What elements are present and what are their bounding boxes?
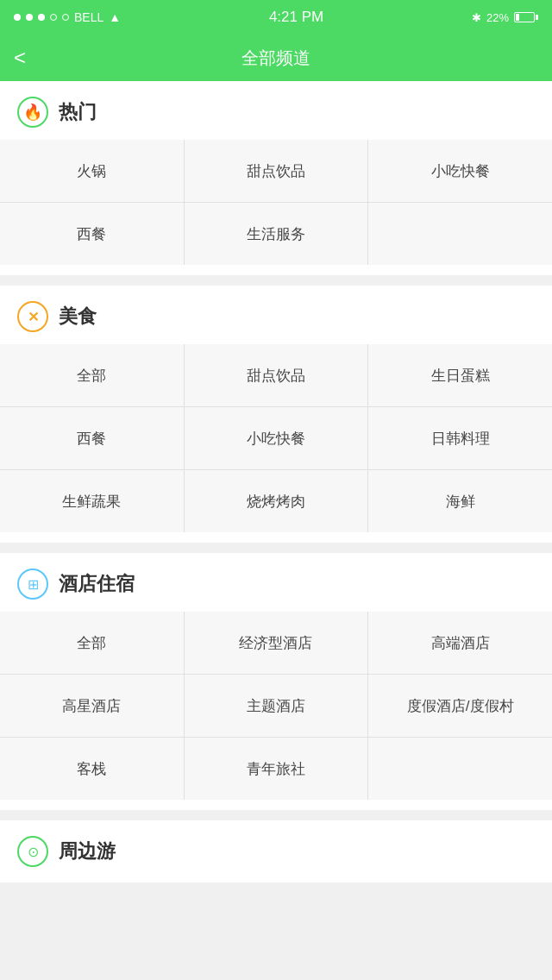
grid-item-hot-1[interactable]: 甜点饮品 (185, 140, 368, 202)
grid-item-food-1[interactable]: 甜点饮品 (185, 344, 368, 406)
section-title-hot: 热门 (59, 99, 97, 125)
section-header-hot: 🔥热门 (0, 81, 552, 140)
grid-item-food-7[interactable]: 烧烤烤肉 (185, 470, 368, 532)
signal-dot-4 (50, 14, 57, 21)
section-icon-hotel: ⊞ (17, 569, 48, 600)
status-bar-right: ✱ 22% (472, 11, 538, 24)
grid-item-hotel-6[interactable]: 客栈 (0, 738, 184, 800)
grid-item-hotel-2[interactable]: 高端酒店 (368, 612, 552, 674)
grid-item-food-2[interactable]: 生日蛋糕 (368, 344, 552, 406)
section-hot: 🔥热门火锅甜点饮品小吃快餐西餐生活服务 (0, 81, 552, 275)
battery-icon (514, 12, 538, 22)
wifi-icon: ▲ (109, 10, 121, 24)
section-title-nearby: 周边游 (59, 839, 116, 864)
nav-bar: < 全部频道 (0, 35, 552, 81)
grid-item-hotel-3[interactable]: 高星酒店 (0, 675, 184, 737)
carrier-label: BELL (74, 10, 104, 24)
back-button[interactable]: < (14, 46, 26, 70)
section-hotel: ⊞酒店住宿全部经济型酒店高端酒店高星酒店主题酒店度假酒店/度假村客栈青年旅社 (0, 553, 552, 810)
section-header-hotel: ⊞酒店住宿 (0, 553, 552, 612)
status-time: 4:21 PM (269, 9, 323, 26)
grid-item-food-3[interactable]: 西餐 (0, 407, 184, 469)
bluetooth-icon: ✱ (472, 11, 481, 24)
signal-dot-2 (26, 14, 33, 21)
grid-item-hot-3[interactable]: 西餐 (0, 203, 184, 265)
status-bar: BELL ▲ 4:21 PM ✱ 22% (0, 0, 552, 35)
grid-item-hot-2[interactable]: 小吃快餐 (368, 140, 552, 202)
section-icon-hot: 🔥 (17, 97, 48, 128)
battery-percentage: 22% (486, 11, 509, 24)
signal-dot-1 (14, 14, 21, 21)
nav-title: 全部频道 (242, 47, 310, 70)
section-icon-nearby: ⊙ (17, 836, 48, 867)
grid-item-empty-hotel-0 (368, 738, 552, 800)
section-header-food: ✕美食 (0, 286, 552, 344)
grid-item-food-0[interactable]: 全部 (0, 344, 184, 406)
grid-item-hotel-5[interactable]: 度假酒店/度假村 (368, 675, 552, 737)
section-title-food: 美食 (59, 304, 97, 330)
grid-item-hotel-0[interactable]: 全部 (0, 612, 184, 674)
grid-item-food-4[interactable]: 小吃快餐 (185, 407, 368, 469)
signal-dot-5 (62, 14, 69, 21)
status-bar-left: BELL ▲ (14, 10, 121, 24)
section-title-hotel: 酒店住宿 (59, 571, 135, 597)
grid-item-empty-hot-0 (368, 203, 552, 265)
grid-item-hot-0[interactable]: 火锅 (0, 140, 184, 202)
grid-item-hotel-1[interactable]: 经济型酒店 (185, 612, 368, 674)
grid-hot: 火锅甜点饮品小吃快餐西餐生活服务 (0, 140, 552, 265)
grid-item-hotel-7[interactable]: 青年旅社 (185, 738, 368, 800)
grid-item-food-5[interactable]: 日韩料理 (368, 407, 552, 469)
grid-hotel: 全部经济型酒店高端酒店高星酒店主题酒店度假酒店/度假村客栈青年旅社 (0, 612, 552, 800)
grid-item-food-8[interactable]: 海鲜 (368, 470, 552, 532)
content-area: 🔥热门火锅甜点饮品小吃快餐西餐生活服务✕美食全部甜点饮品生日蛋糕西餐小吃快餐日韩… (0, 81, 552, 883)
section-header-nearby: ⊙周边游 (0, 820, 552, 879)
grid-item-hotel-4[interactable]: 主题酒店 (185, 675, 368, 737)
section-nearby: ⊙周边游 (0, 820, 552, 883)
section-food: ✕美食全部甜点饮品生日蛋糕西餐小吃快餐日韩料理生鲜蔬果烧烤烤肉海鲜 (0, 286, 552, 543)
grid-item-food-6[interactable]: 生鲜蔬果 (0, 470, 184, 532)
grid-item-hot-4[interactable]: 生活服务 (185, 203, 368, 265)
grid-food: 全部甜点饮品生日蛋糕西餐小吃快餐日韩料理生鲜蔬果烧烤烤肉海鲜 (0, 344, 552, 532)
signal-dot-3 (38, 14, 45, 21)
section-icon-food: ✕ (17, 301, 48, 332)
